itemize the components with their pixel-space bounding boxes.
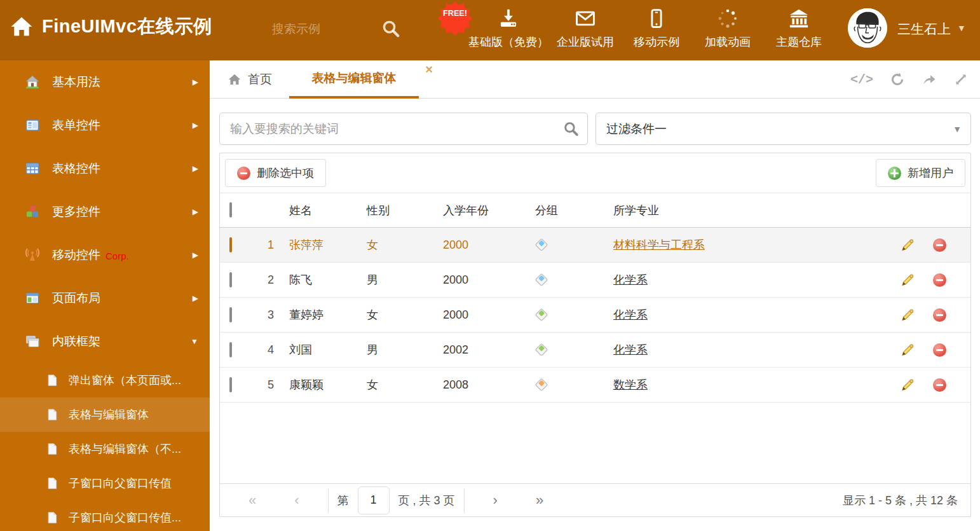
column-header-name[interactable]: 姓名: [279, 203, 357, 218]
delete-row-icon[interactable]: [933, 273, 946, 287]
sidebar-item-iframe[interactable]: 内联框架 ▼: [0, 320, 210, 363]
sidebar-item-page-layout[interactable]: 页面布局 ▶: [0, 277, 210, 320]
last-page-button[interactable]: »: [536, 493, 543, 507]
sidebar-subitem-grid-edit-window[interactable]: 表格与编辑窗体: [0, 397, 210, 432]
chevron-right-icon: ▶: [193, 207, 198, 216]
minus-circle-icon: [237, 167, 250, 180]
major-link[interactable]: 材料科学与工程系: [613, 238, 705, 251]
form-icon: [24, 118, 41, 133]
row-number: 3: [248, 308, 279, 322]
expand-icon: [953, 72, 969, 87]
sidebar-subitem-child-to-parent-2[interactable]: 子窗口向父窗口传值...: [0, 500, 210, 531]
app-title: FineUIMvc在线示例: [42, 14, 212, 39]
nav-mobile-demo[interactable]: 移动示例: [621, 8, 692, 50]
sidebar-item-more-controls[interactable]: 更多控件 ▶: [0, 190, 210, 233]
nav-basic-edition[interactable]: 基础版（免费）: [467, 8, 550, 50]
source-code-button[interactable]: </>: [850, 72, 873, 87]
column-header-gender[interactable]: 性别: [357, 203, 436, 218]
table-row[interactable]: 1 张萍萍 女 2000 材料科学与工程系: [220, 228, 970, 263]
filter-row: 过滤条件一 ▼: [219, 113, 971, 145]
first-page-button[interactable]: «: [248, 493, 256, 507]
next-page-button[interactable]: ›: [493, 493, 498, 507]
major-link[interactable]: 数学系: [613, 378, 648, 391]
edit-pencil-icon[interactable]: [900, 342, 915, 357]
nav-loading-animation[interactable]: 加载动画: [692, 8, 763, 50]
page-number-input[interactable]: [358, 486, 390, 514]
row-checkbox[interactable]: [229, 377, 232, 392]
delete-row-icon[interactable]: [933, 308, 946, 322]
column-header-group[interactable]: 分组: [528, 203, 601, 218]
tab-home[interactable]: 首页: [228, 60, 272, 99]
major-link[interactable]: 化学系: [613, 308, 648, 321]
nav-label: 基础版（免费）: [468, 34, 548, 50]
nav-label: 主题仓库: [776, 34, 822, 50]
edit-pencil-icon[interactable]: [900, 272, 915, 287]
sidebar-subitem-popup-window[interactable]: 弹出窗体（本页面或...: [0, 363, 210, 397]
chevron-right-icon: ▶: [193, 78, 198, 86]
sidebar-item-grid-controls[interactable]: 表格控件 ▶: [0, 147, 210, 190]
cell-gender: 男: [357, 272, 436, 287]
row-checkbox[interactable]: [229, 342, 232, 357]
cell-name: 陈飞: [279, 272, 357, 287]
major-link[interactable]: 化学系: [613, 343, 648, 356]
tag-icon: [534, 307, 549, 322]
sidebar-item-basic-usage[interactable]: 基本用法 ▶: [0, 60, 210, 104]
chevron-right-icon: ▶: [193, 164, 198, 173]
cell-gender: 女: [357, 377, 436, 392]
sidebar-item-form-controls[interactable]: 表单控件 ▶: [0, 104, 210, 147]
cell-gender: 女: [357, 237, 436, 252]
refresh-button[interactable]: [890, 72, 905, 87]
tag-icon: [534, 237, 549, 252]
prev-page-button[interactable]: ‹: [294, 493, 299, 507]
nav-enterprise-trial[interactable]: 企业版试用: [550, 8, 621, 50]
tab-grid-edit-window[interactable]: 表格与编辑窗体 ×: [289, 60, 419, 99]
delete-row-icon[interactable]: [933, 378, 946, 392]
row-checkbox[interactable]: [229, 307, 232, 322]
pagination-bar: « ‹ 第 页 , 共 3 页 › » 显示 1 - 5 条 , 共 12 条: [220, 483, 970, 516]
cell-name: 张萍萍: [279, 237, 357, 252]
close-icon[interactable]: ×: [425, 63, 433, 76]
tab-home-label: 首页: [248, 71, 272, 88]
fullscreen-button[interactable]: [953, 72, 969, 87]
column-header-year[interactable]: 入学年份: [436, 203, 528, 218]
major-link[interactable]: 化学系: [613, 273, 648, 286]
file-icon: [46, 476, 58, 490]
mail-icon: [575, 8, 596, 29]
keyword-search-input[interactable]: [219, 113, 588, 145]
grid-toolbar: 删除选中项 新增用户: [220, 153, 970, 193]
table-row[interactable]: 4 刘国 男 2002 化学系: [220, 333, 970, 368]
sidebar-subitem-grid-edit-window-2[interactable]: 表格与编辑窗体（不...: [0, 432, 210, 466]
filter-dropdown[interactable]: 过滤条件一 ▼: [595, 113, 971, 145]
row-checkbox[interactable]: [229, 237, 232, 252]
search-icon[interactable]: [563, 121, 579, 137]
add-user-button[interactable]: 新增用户: [876, 159, 965, 187]
sidebar-subitem-child-to-parent[interactable]: 子窗口向父窗口传值: [0, 466, 210, 500]
sidebar-item-label: 表单控件: [52, 117, 100, 134]
table-row[interactable]: 5 康颖颖 女 2008 数学系: [220, 368, 970, 403]
delete-selected-button[interactable]: 删除选中项: [225, 159, 326, 187]
nav-theme-repo[interactable]: 主题仓库: [763, 8, 834, 50]
table-row[interactable]: 3 董婷婷 女 2000 化学系: [220, 298, 970, 333]
user-name[interactable]: 三生石上: [897, 20, 951, 38]
antenna-icon: [24, 247, 41, 263]
column-header-major[interactable]: 所学专业: [601, 203, 892, 218]
share-button[interactable]: [922, 72, 937, 87]
bank-icon: [788, 8, 810, 29]
delete-row-icon[interactable]: [933, 343, 946, 357]
edit-pencil-icon[interactable]: [900, 377, 915, 392]
avatar[interactable]: [848, 8, 887, 48]
delete-row-icon[interactable]: [933, 238, 946, 252]
free-badge-label: FREE!: [443, 9, 467, 18]
brand[interactable]: FineUIMvc在线示例: [10, 14, 212, 39]
select-all-checkbox[interactable]: [229, 202, 232, 217]
grid-panel: 删除选中项 新增用户 姓名 性别 入学年份 分组 所学专业: [219, 153, 971, 517]
sidebar-item-label: 表格控件: [52, 160, 100, 177]
sidebar-item-label: 页面布局: [52, 290, 100, 307]
row-checkbox[interactable]: [229, 272, 232, 287]
search-icon[interactable]: [381, 19, 400, 38]
edit-pencil-icon[interactable]: [900, 237, 915, 252]
header-search-input[interactable]: [272, 16, 380, 43]
table-row[interactable]: 2 陈飞 男 2000 化学系: [220, 263, 970, 298]
edit-pencil-icon[interactable]: [900, 307, 915, 322]
sidebar-item-mobile-controls[interactable]: 移动控件 Corp. ▶: [0, 233, 210, 277]
